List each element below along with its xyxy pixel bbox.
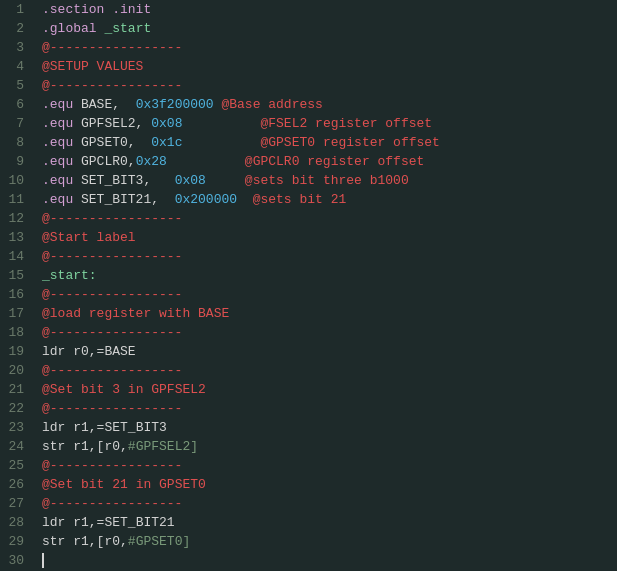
code-line: .equ SET_BIT3, 0x08 @sets bit three b100… xyxy=(42,171,617,190)
line-number: 17 xyxy=(6,304,24,323)
token: str xyxy=(42,439,73,454)
code-line: @----------------- xyxy=(42,399,617,418)
line-number: 7 xyxy=(6,114,24,133)
code-line: @----------------- xyxy=(42,38,617,57)
line-number: 14 xyxy=(6,247,24,266)
token: r1,[r0, xyxy=(73,534,128,549)
line-number: 5 xyxy=(6,76,24,95)
line-number: 21 xyxy=(6,380,24,399)
code-line: .equ GPSET0, 0x1c @GPSET0 register offse… xyxy=(42,133,617,152)
code-content[interactable]: .section .init.global _start@-----------… xyxy=(32,0,617,571)
token: ldr xyxy=(42,420,73,435)
token: @Base address xyxy=(221,97,322,112)
token: in xyxy=(128,382,144,397)
code-line: _start: xyxy=(42,266,617,285)
line-number: 4 xyxy=(6,57,24,76)
token: r1,=SET_BIT3 xyxy=(73,420,167,435)
token: @GPSET0 register offset xyxy=(182,135,439,150)
token: @----------------- xyxy=(42,325,182,340)
line-number: 10 xyxy=(6,171,24,190)
line-number: 15 xyxy=(6,266,24,285)
code-line xyxy=(42,551,617,570)
token: @SETUP VALUES xyxy=(42,59,143,74)
token: @Set bit 3 xyxy=(42,382,128,397)
line-number: 28 xyxy=(6,513,24,532)
code-line: .equ GPFSEL2, 0x08 @FSEL2 register offse… xyxy=(42,114,617,133)
code-line: @----------------- xyxy=(42,456,617,475)
text-cursor xyxy=(42,553,44,568)
token: in xyxy=(136,477,152,492)
token: .equ xyxy=(42,135,81,150)
token: .global xyxy=(42,21,104,36)
code-line: @Start label xyxy=(42,228,617,247)
token: 0x1c xyxy=(151,135,182,150)
token: GPSET0, xyxy=(81,135,151,150)
code-line: ldr r1,=SET_BIT3 xyxy=(42,418,617,437)
token: r0,=BASE xyxy=(73,344,135,359)
token: @----------------- xyxy=(42,249,182,264)
token: .equ xyxy=(42,173,81,188)
code-line: @SETUP VALUES xyxy=(42,57,617,76)
token: @----------------- xyxy=(42,40,182,55)
token: @GPCLR0 register offset xyxy=(167,154,424,169)
line-number: 12 xyxy=(6,209,24,228)
line-number: 27 xyxy=(6,494,24,513)
token: ldr xyxy=(42,515,73,530)
line-number: 25 xyxy=(6,456,24,475)
token: @----------------- xyxy=(42,287,182,302)
token: 0x08 xyxy=(151,116,182,131)
code-line: @----------------- xyxy=(42,494,617,513)
token: .equ xyxy=(42,116,81,131)
code-line: @Set bit 21 in GPSET0 xyxy=(42,475,617,494)
token: ldr xyxy=(42,344,73,359)
token: GPFSEL2 xyxy=(143,382,205,397)
token: r1,=SET_BIT21 xyxy=(73,515,174,530)
line-number: 20 xyxy=(6,361,24,380)
token: @----------------- xyxy=(42,401,182,416)
token: _start xyxy=(104,21,151,36)
code-line: @----------------- xyxy=(42,323,617,342)
code-line: @----------------- xyxy=(42,361,617,380)
code-line: .equ GPCLR0,0x28 @GPCLR0 register offset xyxy=(42,152,617,171)
token: @----------------- xyxy=(42,78,182,93)
line-number: 19 xyxy=(6,342,24,361)
token: #GPSET0] xyxy=(128,534,190,549)
token: @----------------- xyxy=(42,458,182,473)
token: @----------------- xyxy=(42,496,182,511)
line-number: 22 xyxy=(6,399,24,418)
token: 0x08 xyxy=(175,173,206,188)
line-number: 30 xyxy=(6,551,24,570)
token: @----------------- xyxy=(42,211,182,226)
line-number: 1 xyxy=(6,0,24,19)
code-line: .equ BASE, 0x3f200000 @Base address xyxy=(42,95,617,114)
token: SET_BIT3, xyxy=(81,173,175,188)
line-number: 23 xyxy=(6,418,24,437)
line-number: 13 xyxy=(6,228,24,247)
token: .equ xyxy=(42,97,81,112)
line-number: 9 xyxy=(6,152,24,171)
code-line: ldr r0,=BASE xyxy=(42,342,617,361)
token: str xyxy=(42,534,73,549)
code-line: @----------------- xyxy=(42,247,617,266)
token: @Set bit 21 xyxy=(42,477,136,492)
token: @FSEL2 register offset xyxy=(182,116,432,131)
token: .equ xyxy=(42,154,81,169)
token: GPFSEL2, xyxy=(81,116,151,131)
line-number: 18 xyxy=(6,323,24,342)
code-line: @Set bit 3 in GPFSEL2 xyxy=(42,380,617,399)
code-line: .equ SET_BIT21, 0x200000 @sets bit 21 xyxy=(42,190,617,209)
code-line: ldr r1,=SET_BIT21 xyxy=(42,513,617,532)
line-number: 24 xyxy=(6,437,24,456)
code-editor: 1234567891011121314151617181920212223242… xyxy=(0,0,617,571)
code-line: .global _start xyxy=(42,19,617,38)
token: 0x28 xyxy=(136,154,167,169)
code-line: @----------------- xyxy=(42,285,617,304)
token: GPCLR0, xyxy=(81,154,136,169)
line-number: 8 xyxy=(6,133,24,152)
token: @Start label xyxy=(42,230,136,245)
line-number: 3 xyxy=(6,38,24,57)
token: @----------------- xyxy=(42,363,182,378)
code-line: @load register with BASE xyxy=(42,304,617,323)
token: SET_BIT21, xyxy=(81,192,175,207)
line-number: 16 xyxy=(6,285,24,304)
